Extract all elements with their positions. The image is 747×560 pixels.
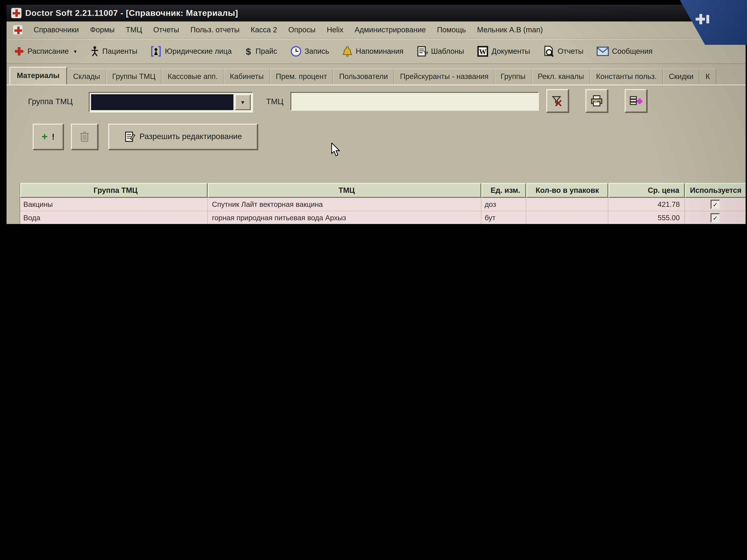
group-filter-combobox[interactable]: ▼ — [89, 92, 253, 112]
chevron-down-icon[interactable]: ▼ — [73, 49, 78, 54]
toolbar-label: Напоминания — [356, 47, 403, 56]
menu-item-касса-2[interactable]: Касса 2 — [251, 26, 277, 34]
toolbar-прайс[interactable]: $Прайс — [245, 46, 277, 57]
window-title: Doctor Soft 2.21.11007 - [Справочник: Ма… — [25, 8, 238, 18]
report-icon — [543, 45, 555, 57]
add-plus-icon: + — [42, 132, 48, 142]
column-header-qty[interactable]: Кол-во в упаковк — [526, 183, 609, 198]
tab-материалы[interactable]: Материалы — [9, 67, 67, 85]
toolbar-label: Юридические лица — [165, 47, 232, 56]
export-add-icon — [629, 95, 643, 107]
tmc-search-input[interactable] — [290, 92, 539, 111]
toolbar-напоминания[interactable]: Напоминания — [342, 46, 404, 57]
row-price-cell: 555.00 — [609, 212, 685, 224]
menu-item-помощь[interactable]: Помощь — [437, 26, 466, 34]
menu-bar: СправочникиФормыТМЦОтчетыПольз. отчетыКа… — [6, 22, 746, 39]
row-qty-cell — [526, 198, 609, 211]
enable-editing-button[interactable]: Разрешить редактирование — [108, 124, 258, 150]
tab-константы-польз[interactable]: Константы польз. — [590, 69, 663, 85]
row-qty-cell — [526, 212, 609, 224]
toolbar-label: Прайс — [256, 47, 277, 56]
toolbar-label: Шаблоны — [431, 47, 464, 56]
menu-item-helix[interactable]: Helix — [327, 26, 343, 34]
menu-item-опросы[interactable]: Опросы — [288, 26, 316, 34]
export-add-button[interactable] — [625, 89, 647, 112]
column-header-price[interactable]: Ср. цена — [609, 183, 685, 198]
tab-кабинеты[interactable]: Кабинеты — [224, 69, 270, 85]
toolbar-label: Пациенты — [102, 47, 137, 56]
toolbar-документы[interactable]: WДокументы — [477, 46, 530, 57]
mouse-cursor — [330, 143, 342, 157]
app-window: Doctor Soft 2.21.11007 - [Справочник: Ма… — [6, 5, 746, 224]
tab-bar: МатериалыСкладыГруппы ТМЦКассовые апп.Ка… — [6, 64, 746, 85]
toolbar-расписание[interactable]: Расписание▼ — [14, 46, 77, 57]
tab-пользователи[interactable]: Пользователи — [333, 69, 394, 85]
bell-icon — [342, 46, 353, 57]
action-row: +! Разрешить редактирование — [6, 119, 746, 156]
edit-document-icon — [124, 131, 135, 142]
row-group-cell: Вакцины — [20, 198, 208, 211]
column-header-group[interactable]: Группа ТМЦ — [20, 183, 208, 198]
menu-item-администрирование[interactable]: Администрирование — [355, 26, 426, 34]
tab-clipped[interactable]: К — [700, 69, 716, 85]
row-used-cell: ✓ — [685, 198, 746, 211]
tab-прейскуранты-названия[interactable]: Прейскуранты - названия — [394, 69, 495, 85]
toolbar-сообщения[interactable]: Сообщения — [596, 47, 652, 56]
row-group-cell: Вода — [20, 212, 208, 224]
tab-группы-тмц[interactable]: Группы ТМЦ — [106, 69, 161, 85]
delete-record-button[interactable] — [71, 124, 98, 150]
table-header: Группа ТМЦ ТМЦ Ед. изм. Кол-во в упаковк… — [20, 183, 746, 198]
table-body: ВакциныСпутник Лайт векторная вакцинадоз… — [20, 198, 746, 224]
tab-скидки[interactable]: Скидки — [663, 69, 700, 85]
table-row[interactable]: ВакциныСпутник Лайт векторная вакцинадоз… — [20, 198, 746, 212]
tmc-filter-label: ТМЦ — [266, 97, 283, 106]
toolbar-label: Отчеты — [558, 47, 584, 56]
svg-text:W: W — [479, 47, 487, 56]
row-unit-cell: бут — [482, 212, 526, 224]
chevron-down-icon[interactable]: ▼ — [235, 94, 251, 110]
tab-рекл-каналы[interactable]: Рекл. каналы — [532, 69, 590, 85]
menu-item-отчеты[interactable]: Отчеты — [153, 26, 179, 34]
legal-entity-icon — [150, 46, 161, 57]
toolbar-юридические-лица[interactable]: Юридические лица — [150, 46, 232, 57]
toolbar-пациенты[interactable]: Пациенты — [91, 46, 137, 57]
column-header-used[interactable]: Используется — [685, 183, 746, 198]
filter-clear-icon — [551, 95, 564, 107]
menu-item-польз-отчеты[interactable]: Польз. отчеты — [190, 26, 239, 34]
menu-item-мельник-а-в-man[interactable]: Мельник А.В (man) — [477, 26, 543, 34]
row-tmc-cell: Спутник Лайт векторная вакцина — [208, 198, 482, 211]
tab-склады[interactable]: Склады — [67, 69, 106, 85]
filter-panel: Группа ТМЦ ▼ ТМЦ — [6, 85, 746, 119]
toolbar-label: Расписание — [28, 47, 69, 56]
used-checkbox[interactable]: ✓ — [711, 200, 720, 209]
tab-группы[interactable]: Группы — [494, 69, 532, 85]
toolbar-отчеты[interactable]: Отчеты — [543, 45, 584, 57]
title-bar: Doctor Soft 2.21.11007 - [Справочник: Ма… — [6, 5, 746, 22]
column-header-tmc[interactable]: ТМЦ — [208, 183, 482, 198]
dollar-icon: $ — [245, 46, 252, 57]
table-row[interactable]: Водагорная природная питьевая вода Архыз… — [20, 212, 746, 224]
toolbar: Расписание▼ПациентыЮридические лица$Прай… — [6, 39, 746, 64]
toolbar-запись[interactable]: Запись — [290, 46, 329, 57]
used-checkbox[interactable]: ✓ — [711, 213, 720, 223]
mail-icon — [596, 47, 609, 56]
svg-text:$: $ — [246, 46, 251, 57]
column-header-unit[interactable]: Ед. изм. — [482, 183, 526, 198]
toolbar-шаблоны[interactable]: WШаблоны — [416, 46, 464, 57]
clear-filter-button[interactable] — [546, 89, 569, 112]
menu-item-формы[interactable]: Формы — [90, 26, 114, 34]
printer-icon — [590, 95, 603, 107]
menu-item-справочники[interactable]: Справочники — [34, 26, 79, 34]
plane-icon — [695, 12, 711, 26]
toolbar-label: Сообщения — [612, 47, 652, 56]
tab-прем-процент[interactable]: Прем. процент — [270, 69, 333, 85]
row-price-cell: 421.78 — [609, 198, 685, 211]
print-button[interactable] — [586, 89, 608, 112]
row-unit-cell: доз — [482, 198, 526, 211]
group-filter-label: Группа ТМЦ — [28, 97, 73, 106]
tab-кассовые-апп[interactable]: Кассовые апп. — [161, 69, 224, 85]
menu-item-тмц[interactable]: ТМЦ — [126, 26, 142, 34]
word-icon: W — [477, 46, 488, 57]
add-record-button[interactable]: +! — [33, 124, 63, 150]
app-logo-icon — [13, 25, 22, 34]
